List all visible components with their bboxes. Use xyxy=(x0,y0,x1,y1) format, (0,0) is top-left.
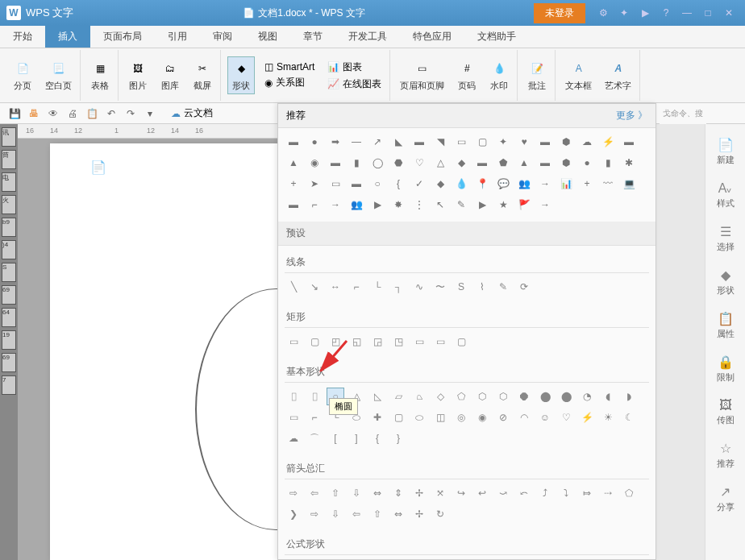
shape-circle3[interactable]: ○ xyxy=(368,175,386,193)
thumbnail[interactable]: 7 xyxy=(2,375,16,395)
shape-text-box[interactable]: ⌷ xyxy=(285,388,302,405)
line-s[interactable]: S xyxy=(452,278,470,296)
shape-callout2[interactable]: ◥ xyxy=(431,133,449,151)
thumbnail[interactable]: 讯 xyxy=(2,127,16,147)
blank-page-button[interactable]: 📃 空白页 xyxy=(42,57,75,93)
tab-assistant[interactable]: 文档助手 xyxy=(464,26,529,48)
relation-button[interactable]: ◉关系图 xyxy=(261,75,318,90)
rect-round1[interactable]: ◳ xyxy=(389,333,407,351)
arrow-tri[interactable]: ⤧ xyxy=(431,484,449,502)
table-button[interactable]: ▦ 表格 xyxy=(87,57,113,93)
shape-diamond3[interactable]: ◇ xyxy=(431,388,449,405)
tab-start[interactable]: 开始 xyxy=(0,26,45,48)
tab-insert[interactable]: 插入 xyxy=(45,26,90,48)
line-scribble[interactable]: ✎ xyxy=(494,278,512,296)
shape-half-frame[interactable]: ⌐ xyxy=(306,409,323,426)
undo-icon[interactable]: ↶ xyxy=(103,106,119,122)
tab-references[interactable]: 引用 xyxy=(155,26,200,48)
shape-heptagon[interactable]: ⬡ xyxy=(494,388,512,405)
shape-shield[interactable]: ⬣ xyxy=(389,154,407,172)
rect-basic[interactable]: ▭ xyxy=(285,333,302,351)
online-chart-button[interactable]: 📈在线图表 xyxy=(324,77,385,92)
cloud-doc-button[interactable]: ☁ 云文档 xyxy=(171,106,213,120)
tab-page-layout[interactable]: 页面布局 xyxy=(90,26,155,48)
shape-arrow6[interactable]: → xyxy=(536,196,554,214)
shape-bevel[interactable]: ◎ xyxy=(452,409,470,426)
arrow-callout-u[interactable]: ⇧ xyxy=(368,505,386,523)
thumbnail[interactable]: )4 xyxy=(2,240,16,259)
thumbnail[interactable]: 69 xyxy=(2,353,16,372)
plus-icon[interactable]: ✦ xyxy=(614,3,634,23)
thumbnail[interactable]: 火 xyxy=(2,195,16,214)
more-shapes-link[interactable]: 更多 》 xyxy=(616,109,647,122)
shape-diamond[interactable]: ◆ xyxy=(452,154,470,172)
arrow-callout-r[interactable]: ⇨ xyxy=(306,505,323,523)
shape-octagon[interactable]: ⯃ xyxy=(515,388,533,405)
shape-heart[interactable]: ♥ xyxy=(515,133,533,151)
dropdown-icon[interactable]: ▾ xyxy=(142,106,158,122)
rect-round2[interactable]: ▭ xyxy=(410,333,428,351)
shape-lightning[interactable]: ⚡ xyxy=(578,409,596,426)
shape-arrow3[interactable]: → xyxy=(536,175,554,193)
shape-arc2[interactable]: ⌒ xyxy=(306,429,323,447)
shape-sun[interactable]: ☀ xyxy=(599,409,617,426)
close-button[interactable]: ✕ xyxy=(719,3,739,23)
settings-icon[interactable]: ⚙ xyxy=(593,3,613,23)
shape-speech2[interactable]: 💬 xyxy=(494,175,512,193)
shape-can[interactable]: ⬭ xyxy=(410,409,428,426)
shape-ring[interactable]: ◯ xyxy=(368,154,386,172)
arrow-callout-q[interactable]: ✢ xyxy=(410,505,428,523)
arrow-notched[interactable]: ⤏ xyxy=(599,484,617,502)
shape-rounded-rect[interactable]: ▬ xyxy=(285,133,302,151)
arrow-circular[interactable]: ↻ xyxy=(431,505,449,523)
shape-brace-l[interactable]: { xyxy=(368,429,386,447)
arrow-striped[interactable]: ⤇ xyxy=(578,484,596,502)
shape-no[interactable]: ⊘ xyxy=(494,409,512,426)
shape-laptop[interactable]: 💻 xyxy=(620,175,638,193)
arrow-right[interactable]: ⇨ xyxy=(285,484,302,502)
shape-monitor[interactable]: ▭ xyxy=(327,175,344,193)
thumbnail[interactable]: 64 xyxy=(2,308,16,327)
shape-polygon[interactable]: ⬢ xyxy=(557,133,575,151)
tab-featured[interactable]: 特色应用 xyxy=(400,26,464,48)
tab-review[interactable]: 审阅 xyxy=(200,26,245,48)
shape-plus[interactable]: + xyxy=(285,175,302,193)
arrow-updown[interactable]: ⇕ xyxy=(389,484,407,502)
picture-button[interactable]: 🖼 图片 xyxy=(125,57,151,93)
thumbnail[interactable]: 19 xyxy=(2,330,16,350)
shape-book[interactable]: ▬ xyxy=(536,154,554,172)
line-double[interactable]: ↔ xyxy=(327,278,344,296)
redo-icon[interactable]: ↷ xyxy=(123,106,139,122)
shape-cursor[interactable]: ↖ xyxy=(431,196,449,214)
shape-arrow5[interactable]: ▶ xyxy=(473,196,491,214)
arrow-callout-d[interactable]: ⇩ xyxy=(327,505,344,523)
shape-flag2[interactable]: ▶ xyxy=(368,196,386,214)
line-elbow2[interactable]: └ xyxy=(368,278,386,296)
shape-rounded[interactable]: ◉ xyxy=(306,154,323,172)
watermark-button[interactable]: 💧 水印 xyxy=(486,57,512,93)
save-icon[interactable]: 💾 xyxy=(6,106,23,122)
shape-right-triangle[interactable]: ◺ xyxy=(368,388,386,405)
print2-icon[interactable]: 🖨 xyxy=(65,106,81,122)
smartart-button[interactable]: ◫SmartArt xyxy=(261,60,318,73)
shape-brace-r[interactable]: } xyxy=(389,429,407,447)
shape-rect3[interactable]: ▬ xyxy=(620,133,638,151)
rp-style[interactable]: Aᵥ样式 xyxy=(705,176,745,214)
shape-frame[interactable]: ▢ xyxy=(473,133,491,151)
shape-callout[interactable]: ◣ xyxy=(389,133,407,151)
shape-dodecagon[interactable]: ⬤ xyxy=(557,388,575,405)
shape-drop[interactable]: 💧 xyxy=(452,175,470,193)
shape-rect2[interactable]: ▬ xyxy=(536,133,554,151)
shape-pin[interactable]: 📍 xyxy=(473,175,491,193)
shape-phone[interactable]: ▮ xyxy=(348,154,365,172)
shape-cloud[interactable]: ☁ xyxy=(578,133,596,151)
thumbnail[interactable]: 电 xyxy=(2,172,16,192)
print-icon[interactable]: 🖶 xyxy=(26,106,42,122)
shape-people[interactable]: 👥 xyxy=(515,175,533,193)
arrow-curved-u[interactable]: ⤴ xyxy=(536,484,554,502)
preview-icon[interactable]: 👁 xyxy=(45,106,61,122)
shape-trapezoid[interactable]: ⏢ xyxy=(410,388,428,405)
thumbnail[interactable]: b9 xyxy=(2,218,16,237)
thumbnail[interactable]: 69 xyxy=(2,285,16,305)
screenshot-button[interactable]: ✂ 截屏 xyxy=(189,57,215,93)
